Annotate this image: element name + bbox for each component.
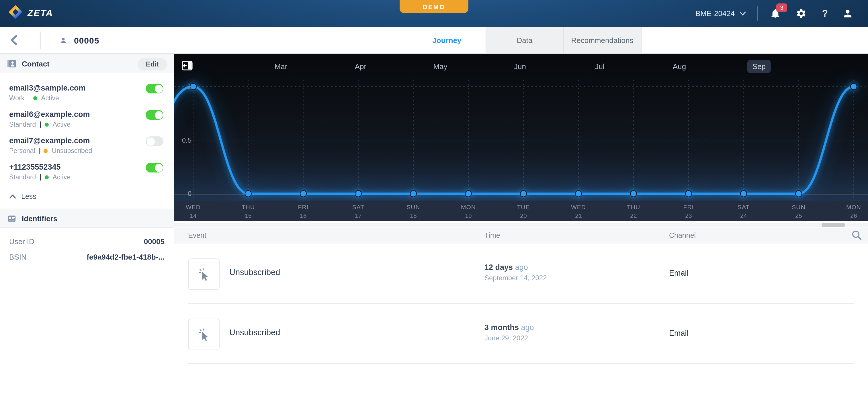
account-switcher[interactable]: BME-20424 (695, 0, 746, 27)
day-tick: SAT24 (738, 203, 750, 219)
contact-status: Active (41, 95, 59, 101)
journey-timeline-chart[interactable]: MarAprMayJunJulAugSep 10.50 WED14THU15FR… (174, 54, 868, 221)
collapse-label: Less (21, 193, 36, 201)
day-tick: MON26 (846, 203, 861, 219)
divider (40, 121, 40, 128)
back-button[interactable] (7, 34, 20, 46)
identifier-row: User ID 00005 (9, 237, 164, 246)
tab-journey[interactable]: Journey (408, 27, 486, 53)
status-dot (44, 149, 48, 153)
cursor-click-icon (196, 327, 211, 342)
contact-entry: +11235552345 Standard Active (9, 163, 164, 181)
chart-scrollbar-thumb[interactable] (822, 223, 845, 227)
day-tick: WED21 (571, 203, 586, 219)
settings-button[interactable] (792, 0, 809, 27)
tab-recommendations[interactable]: Recommendations (563, 27, 642, 53)
day-tick: FRI23 (683, 203, 694, 219)
tab-data[interactable]: Data (486, 27, 563, 53)
subscription-toggle[interactable] (146, 136, 163, 146)
day-tick: FRI16 (298, 203, 309, 219)
person-icon (842, 8, 853, 19)
event-channel: Email (669, 329, 688, 338)
time-suffix: ago (515, 263, 528, 272)
contact-type: Personal (9, 147, 35, 154)
tab-bar: Journey Data Recommendations (408, 27, 642, 53)
subscription-toggle[interactable] (146, 110, 163, 120)
identifiers-section-header: Identifiers (0, 209, 174, 228)
zeta-logo[interactable]: ZETA (8, 5, 53, 22)
search-button[interactable] (851, 229, 863, 242)
contact-value: email3@sample.com (9, 84, 164, 92)
contact-type: Work (9, 95, 24, 101)
back-chevron-icon (10, 35, 18, 45)
chevron-up-icon (9, 194, 16, 199)
event-channel: Email (669, 269, 688, 277)
day-tick: TUE20 (517, 203, 530, 219)
contact-status: Active (53, 121, 70, 128)
chevron-down-icon (739, 9, 746, 18)
day-tick: MON19 (461, 203, 476, 219)
time-relative: 12 days (485, 263, 513, 272)
help-button[interactable]: ? (816, 0, 834, 27)
journey-chart-svg (174, 54, 868, 221)
column-time: Time (485, 232, 500, 239)
contact-list: email3@sample.com Work Active email6@exa… (0, 73, 174, 181)
contact-book-icon (7, 59, 17, 68)
contact-status: Unsubscribed (52, 147, 92, 154)
contact-type: Standard (9, 121, 36, 128)
day-tick: THU22 (627, 203, 640, 219)
identifier-row: BSIN fe9a94d2-fbe1-418b-... (9, 253, 164, 261)
time-date: June 29, 2022 (485, 334, 534, 342)
y-tick-label: 0.5 (177, 136, 191, 144)
column-event: Event (188, 232, 207, 239)
y-tick-label: 0 (177, 190, 191, 198)
notifications-button[interactable]: 3 (767, 0, 784, 27)
contact-entry: email7@example.com Personal Unsubscribed (9, 136, 164, 155)
time-date: September 14, 2022 (485, 274, 547, 282)
contact-sidebar: Contact Edit email3@sample.com Work Acti… (0, 54, 174, 404)
account-label: BME-20424 (695, 9, 735, 18)
edit-button[interactable]: Edit (138, 58, 167, 70)
y-tick-label: 1 (177, 82, 191, 91)
day-tick: SUN25 (792, 203, 805, 219)
event-time: 12 days ago September 14, 2022 (485, 263, 547, 282)
collapse-toggle[interactable]: Less (0, 189, 174, 209)
profile-button[interactable] (839, 0, 856, 27)
identifier-value: fe9a94d2-fbe1-418b-... (87, 253, 164, 261)
user-icon (60, 37, 67, 44)
subscription-toggle[interactable] (146, 84, 163, 93)
zeta-diamond-icon (8, 5, 23, 22)
day-tick: THU15 (242, 203, 255, 219)
divider (39, 147, 40, 154)
contact-type: Standard (9, 174, 36, 180)
id-card-icon (7, 214, 17, 223)
search-icon (851, 229, 862, 241)
day-tick: SUN18 (406, 203, 420, 219)
time-relative: 3 months (485, 323, 519, 332)
gear-icon (796, 8, 806, 19)
top-navbar: ZETA DEMO BME-20424 3 ? (0, 0, 868, 27)
event-row[interactable]: Unsubscribed 12 days ago September 14, 2… (188, 243, 854, 304)
cursor-click-icon (196, 267, 211, 282)
divider (28, 95, 29, 101)
event-name: Unsubscribed (229, 268, 280, 277)
event-row[interactable]: Unsubscribed 3 months ago June 29, 2022 … (188, 304, 854, 364)
day-axis: WED14THU15FRI16SAT17SUN18MON19TUE20WED21… (174, 201, 868, 221)
event-icon-box (188, 259, 220, 290)
record-header-bar: 00005 Journey Data Recommendations (0, 27, 868, 54)
subscription-toggle[interactable] (146, 163, 163, 172)
question-mark-icon: ? (822, 8, 828, 19)
contact-value: +11235552345 (9, 163, 164, 171)
chart-scrollbar-track[interactable] (174, 223, 868, 227)
divider (40, 174, 40, 180)
day-tick: WED14 (186, 203, 201, 219)
contact-entry: email6@example.com Standard Active (9, 110, 164, 128)
time-suffix: ago (521, 323, 534, 332)
contact-section-title: Contact (22, 59, 50, 68)
contact-entry: email3@sample.com Work Active (9, 84, 164, 102)
contact-section-header: Contact Edit (0, 54, 174, 73)
column-channel: Channel (669, 232, 696, 239)
status-dot (44, 122, 49, 126)
identifiers-section-title: Identifiers (22, 214, 57, 223)
identifier-value: 00005 (144, 237, 164, 246)
